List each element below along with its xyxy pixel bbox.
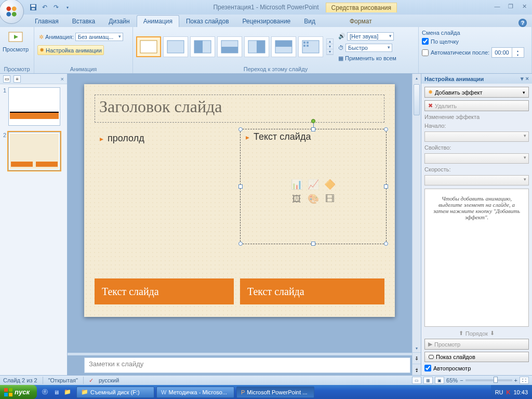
- close-button[interactable]: ✕: [520, 2, 529, 10]
- help-icon[interactable]: ?: [518, 19, 527, 27]
- slide-canvas[interactable]: Заголовок слайда прололд Текст слайда 📊 …: [84, 84, 395, 317]
- resize-handle[interactable]: [238, 242, 243, 246]
- zoom-in-button[interactable]: +: [514, 377, 517, 383]
- slideshow-view-button[interactable]: ▣: [435, 377, 444, 384]
- tab-home[interactable]: Главная: [28, 15, 65, 27]
- taskpane-menu-icon[interactable]: ▾: [521, 75, 524, 82]
- tab-insert[interactable]: Вставка: [65, 15, 102, 27]
- zoom-percent[interactable]: 65%: [446, 377, 458, 383]
- slide-thumb-1[interactable]: [8, 87, 60, 126]
- tab-format[interactable]: Формат: [343, 15, 379, 27]
- taskpane-close-icon[interactable]: ×: [526, 75, 529, 82]
- zoom-out-button[interactable]: −: [460, 377, 463, 383]
- insert-clipart-icon[interactable]: 🎨: [306, 193, 321, 205]
- title-placeholder[interactable]: Заголовок слайда: [95, 95, 384, 123]
- auto-after-checkbox[interactable]: Автоматически после: 00:00▴▾: [422, 47, 524, 58]
- insert-chart-icon[interactable]: 📈: [306, 178, 321, 191]
- animation-dropdown[interactable]: Без анимац...: [75, 33, 124, 41]
- resize-handle[interactable]: [384, 127, 388, 131]
- preview-button[interactable]: Просмотр: [3, 29, 28, 54]
- tab-review[interactable]: Рецензирование: [236, 15, 298, 27]
- order-up-icon[interactable]: ⬆: [459, 330, 463, 337]
- fit-window-button[interactable]: ⛶: [520, 377, 529, 384]
- redo-icon[interactable]: ↷: [52, 3, 60, 11]
- tray-lang[interactable]: RU: [495, 389, 503, 395]
- slides-tab-icon[interactable]: ▭: [3, 75, 10, 83]
- scroll-down[interactable]: ▾: [413, 344, 421, 352]
- tray-kaspersky-icon[interactable]: K: [507, 389, 511, 395]
- ql-desktop-icon[interactable]: 🖥: [51, 388, 61, 397]
- tab-design[interactable]: Дизайн: [102, 15, 136, 27]
- qat-more-icon[interactable]: ▾: [63, 3, 72, 11]
- text-box-2[interactable]: Текст слайда: [240, 278, 384, 304]
- apply-to-all-button[interactable]: ▦Применить ко всем: [337, 54, 398, 63]
- tab-animations[interactable]: Анимация: [137, 15, 179, 27]
- text-box-1[interactable]: Текст слайда: [95, 278, 234, 304]
- normal-view-button[interactable]: ▭: [412, 377, 421, 384]
- property-label: Свойство:: [424, 144, 529, 151]
- sorter-view-button[interactable]: ▦: [423, 377, 433, 384]
- resize-handle[interactable]: [238, 127, 243, 131]
- transition-sound-dropdown[interactable]: [Нет звука]: [347, 32, 394, 41]
- tab-slideshow[interactable]: Показ слайдов: [179, 15, 236, 27]
- speed-dropdown[interactable]: [424, 175, 529, 185]
- notes-pane[interactable]: Заметки к слайду: [84, 357, 410, 373]
- on-click-checkbox[interactable]: По щелчку: [422, 37, 459, 45]
- tab-view[interactable]: Вид: [297, 15, 322, 27]
- rotate-handle[interactable]: [311, 119, 315, 123]
- maximize-button[interactable]: ❐: [506, 2, 515, 10]
- taskbar-item-1[interactable]: 📁Съемный диск (F:): [76, 387, 154, 398]
- remove-effect-button[interactable]: ✖Удалить: [424, 100, 529, 111]
- next-slide-nav[interactable]: ⭽: [413, 364, 421, 375]
- slide-thumb-2[interactable]: [8, 132, 60, 170]
- undo-icon[interactable]: ↶: [41, 3, 49, 11]
- ql-ie-icon[interactable]: ⓔ: [40, 388, 49, 397]
- minimize-button[interactable]: —: [493, 2, 502, 10]
- autopreview-checkbox[interactable]: Автопросмотр: [424, 364, 529, 372]
- resize-handle[interactable]: [384, 242, 388, 246]
- custom-animation-button[interactable]: ✸Настройка анимации: [37, 45, 104, 55]
- start-button[interactable]: пуск: [0, 385, 37, 399]
- save-icon[interactable]: [29, 3, 37, 11]
- gallery-up[interactable]: ▴: [327, 39, 333, 44]
- ql-explorer-icon[interactable]: 📁: [63, 388, 72, 397]
- resize-handle[interactable]: [384, 184, 388, 189]
- order-down-icon[interactable]: ⬇: [490, 330, 495, 337]
- transition-gallery[interactable]: [136, 36, 323, 57]
- transition-speed-dropdown[interactable]: Быстро: [345, 44, 392, 52]
- start-dropdown[interactable]: [424, 131, 529, 142]
- outline-tab-icon[interactable]: ≡: [14, 75, 21, 83]
- insert-table-icon[interactable]: 📊: [289, 178, 304, 191]
- zoom-slider[interactable]: [466, 379, 512, 381]
- vertical-scrollbar[interactable]: ▴ ▾ ⭻⭽: [412, 74, 421, 375]
- auto-after-spinner[interactable]: 00:00▴▾: [491, 47, 524, 58]
- tp-slideshow-button[interactable]: 🖵Показ слайдов: [424, 352, 529, 362]
- reorder-controls: ⬆Порядок⬇: [424, 330, 529, 337]
- tp-preview-button[interactable]: ▶Просмотр: [424, 339, 529, 350]
- scroll-up[interactable]: ▴: [413, 74, 421, 82]
- content-placeholder-right[interactable]: Текст слайда 📊 📈 🔶 🖼 🎨 🎞: [240, 129, 387, 244]
- scroll-thumb[interactable]: [414, 84, 420, 115]
- language-status[interactable]: русский: [99, 377, 119, 383]
- resize-handle[interactable]: [311, 127, 315, 131]
- gallery-more[interactable]: ▾: [327, 49, 333, 55]
- tray-clock[interactable]: 10:43: [513, 389, 528, 395]
- animation-dropdown-row[interactable]: ✲Анимация:Без анимац...: [37, 32, 125, 42]
- taskbar-item-2[interactable]: WМетодичка - Microso...: [156, 387, 234, 398]
- resize-handle[interactable]: [311, 242, 315, 246]
- insert-media-icon[interactable]: 🎞: [323, 193, 337, 205]
- property-dropdown[interactable]: [424, 153, 529, 164]
- auto-after-label: Автоматически после:: [431, 49, 489, 56]
- taskbar-item-3[interactable]: PMicrosoft PowerPoint ...: [236, 387, 314, 398]
- notes-splitter[interactable]: [68, 353, 412, 355]
- prev-slide-nav[interactable]: ⭻: [413, 352, 421, 364]
- taskpane-title: Настройка анимации: [424, 76, 484, 82]
- insert-smartart-icon[interactable]: 🔶: [323, 178, 337, 191]
- insert-picture-icon[interactable]: 🖼: [289, 193, 304, 205]
- spellcheck-icon[interactable]: ✓: [89, 377, 94, 384]
- gallery-down[interactable]: ▾: [327, 44, 333, 49]
- resize-handle[interactable]: [238, 184, 243, 189]
- add-effect-button[interactable]: ✸Добавить эффект▾: [424, 87, 529, 98]
- content-placeholder-left[interactable]: прололд: [95, 131, 236, 235]
- thumbs-close-icon[interactable]: ×: [61, 76, 64, 82]
